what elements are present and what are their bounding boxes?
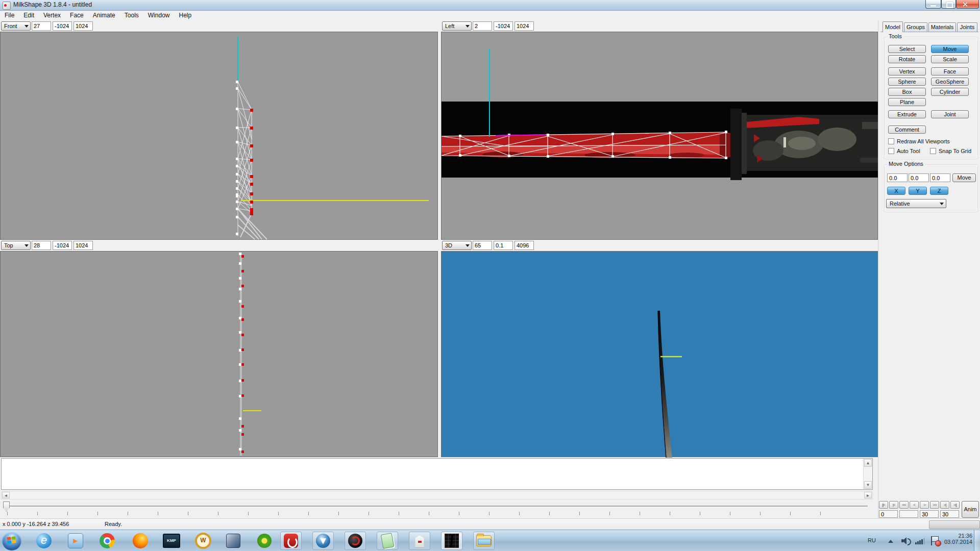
top-near-field[interactable] [53,241,72,250]
top-zoom-field[interactable] [32,241,51,250]
move-y-field[interactable] [909,173,929,182]
axis-x-toggle[interactable]: X [887,187,905,195]
anim-total-frames-field[interactable] [920,510,939,518]
viewport-front[interactable] [0,32,438,240]
top-far-field[interactable] [74,241,93,250]
left-near-field[interactable] [494,21,513,31]
anim-field-2[interactable] [899,510,918,518]
timeline-slider-thumb[interactable] [3,502,10,512]
anim-next-key-button[interactable]: >| [940,501,949,509]
left-far-field[interactable] [514,21,534,31]
notepad-taskbar-button[interactable] [377,532,398,550]
icq-icon[interactable] [254,532,275,549]
keyframe-hscrollbar[interactable]: ◄ ► [1,491,873,499]
close-button[interactable] [956,0,979,9]
move-x-field[interactable] [887,173,908,182]
3d-fov-field[interactable] [473,241,492,250]
3d-view-mode-select[interactable]: 3D [442,241,472,250]
move-mode-dropdown[interactable]: Relative [886,199,946,208]
anim-toggle-button[interactable]: Anim [962,501,979,518]
anim-prev-key-button[interactable]: |< [889,501,898,509]
scale-button[interactable]: Scale [931,55,969,63]
redraw-all-viewports-checkbox[interactable] [888,138,894,144]
3d-far-field[interactable] [514,241,534,250]
anim-rewind-button[interactable]: << [899,501,909,509]
keyframe-area[interactable]: ▲ ▼ [1,458,873,490]
viewport-left[interactable] [441,32,878,240]
vertex-button[interactable]: Vertex [888,67,926,76]
show-desktop-button[interactable] [974,530,980,551]
clock[interactable]: 21:36 03.07.2014 [942,533,972,545]
menu-animate[interactable]: Animate [88,11,120,20]
menu-help[interactable]: Help [174,11,196,20]
tab-groups[interactable]: Groups [904,22,927,32]
auto-tool-checkbox[interactable] [888,148,894,154]
extrude-button[interactable]: Extrude [888,110,926,118]
red-app-taskbar-button[interactable] [280,532,302,550]
anim-fps-field[interactable] [940,510,959,518]
front-zoom-field[interactable] [32,21,51,31]
move-button[interactable]: Move [931,45,969,53]
select-button[interactable]: Select [888,45,926,53]
milkshape-file-taskbar-button[interactable] [409,532,430,550]
animation-timeline[interactable] [0,500,876,518]
download-manager-taskbar-button[interactable] [312,532,334,550]
anim-go-start-button[interactable]: ||< [879,501,888,509]
minimize-button[interactable] [925,0,941,9]
front-view-mode-select[interactable]: Front [1,21,31,31]
menu-edit[interactable]: Edit [19,11,39,20]
virtualbox-icon[interactable] [223,532,243,549]
anim-go-end-button[interactable]: >|| [950,501,960,509]
menu-file[interactable]: File [0,11,19,20]
chrome-icon[interactable] [97,532,117,549]
network-icon[interactable] [915,538,926,544]
sphere-button[interactable]: Sphere [888,78,926,86]
move-z-field[interactable] [930,173,950,182]
media-player-icon[interactable]: ► [65,532,86,549]
tab-joints[interactable]: Joints [957,22,977,32]
top-view-mode-select[interactable]: Top [1,241,31,250]
scroll-down-button[interactable]: ▼ [864,481,872,489]
action-center-flag-icon[interactable] [930,536,940,545]
viewport-3d[interactable] [441,251,878,457]
box-button[interactable]: Box [888,88,926,96]
anim-step-back-button[interactable]: < [910,501,919,509]
start-button[interactable] [2,531,21,550]
menu-face[interactable]: Face [65,11,88,20]
move-apply-button[interactable]: Move [952,173,976,182]
milkshape-window-taskbar-button[interactable] [441,532,462,550]
swirl-app-taskbar-button[interactable] [345,532,366,550]
kmplayer-icon[interactable]: KMP [161,532,182,549]
tab-materials[interactable]: Materials [928,22,956,32]
tab-model[interactable]: Model [883,21,903,32]
firefox-icon[interactable] [130,532,151,549]
left-zoom-field[interactable] [473,21,492,31]
plane-button[interactable]: Plane [888,98,926,106]
axis-y-toggle[interactable]: Y [909,187,927,195]
front-near-field[interactable] [53,21,72,31]
restore-button[interactable] [941,0,956,9]
w7-tool-icon[interactable]: W [193,532,213,549]
snap-to-grid-checkbox[interactable] [930,148,936,154]
keyframe-vscrollbar[interactable]: ▲ ▼ [863,459,872,489]
geosphere-button[interactable]: GeoSphere [931,78,969,86]
hidden-icons-arrow[interactable] [888,540,893,543]
scroll-up-button[interactable]: ▲ [864,459,872,467]
menu-tools[interactable]: Tools [120,11,143,20]
comment-button[interactable]: Comment [888,126,926,134]
language-indicator[interactable]: RU [868,537,876,543]
anim-step-forward-button[interactable]: > [920,501,929,509]
axis-z-toggle[interactable]: Z [930,187,948,195]
face-button[interactable]: Face [931,67,969,76]
viewport-top[interactable] [0,251,438,457]
left-view-mode-select[interactable]: Left [442,21,472,31]
cylinder-button[interactable]: Cylinder [931,88,969,96]
viewport-splitter[interactable] [438,20,441,457]
rotate-button[interactable]: Rotate [888,55,926,63]
3d-near-field[interactable] [494,241,513,250]
menu-window[interactable]: Window [143,11,175,20]
explorer-taskbar-button[interactable] [473,532,495,550]
anim-fast-forward-button[interactable]: >> [930,501,939,509]
front-far-field[interactable] [74,21,93,31]
menu-vertex[interactable]: Vertex [39,11,65,20]
